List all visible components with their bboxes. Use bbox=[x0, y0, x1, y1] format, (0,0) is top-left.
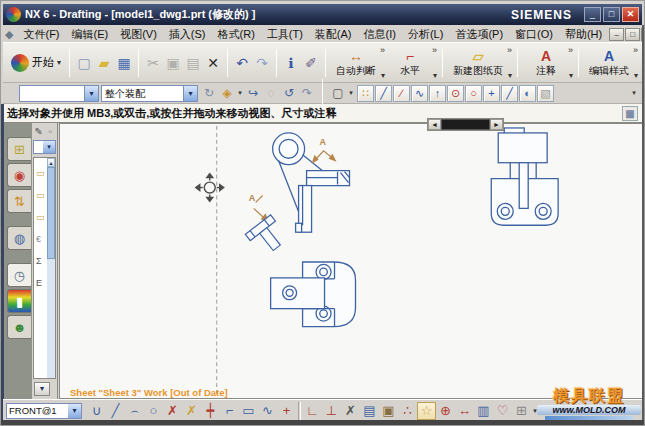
mid-point-icon[interactable]: ∕ bbox=[393, 85, 410, 102]
menu-edit[interactable]: 编辑(E) bbox=[66, 27, 115, 42]
studio-spline-icon[interactable]: ∿ bbox=[258, 402, 277, 420]
chevron-icon[interactable]: » bbox=[507, 45, 512, 55]
view-top[interactable] bbox=[271, 262, 356, 327]
delete-constraint-icon[interactable]: ✗ bbox=[341, 402, 360, 420]
tab-internet-explorer[interactable]: ◍ bbox=[7, 226, 31, 250]
caret-down-icon[interactable]: ▾ bbox=[569, 71, 573, 80]
open-folder-icon[interactable]: ▰ bbox=[94, 53, 114, 73]
end-point-icon[interactable]: ╱ bbox=[375, 85, 392, 102]
tab-roles[interactable]: ☻ bbox=[7, 315, 31, 339]
fillet-icon[interactable]: ⌐ bbox=[220, 402, 239, 420]
tab-palettes[interactable]: ▮ bbox=[7, 289, 31, 313]
close-button[interactable]: ✕ bbox=[622, 7, 639, 22]
menu-analysis[interactable]: 分析(L) bbox=[402, 27, 449, 42]
perpendicular-constraint-icon[interactable]: ∟ bbox=[303, 402, 322, 420]
toolbar-options-caret[interactable]: ▾ bbox=[630, 85, 638, 102]
caret-down-icon[interactable]: ▾ bbox=[236, 85, 244, 102]
rectangle-icon[interactable]: ▭ bbox=[239, 402, 258, 420]
circle-icon[interactable]: ○ bbox=[144, 402, 163, 420]
convert-reference-icon[interactable]: ▣ bbox=[379, 402, 398, 420]
start-menu-button[interactable]: 开始 ▾ bbox=[7, 52, 65, 74]
inferred-dimension-group[interactable]: » ↔ 自动判断 ▾ bbox=[330, 45, 386, 80]
view-rocker-arm[interactable] bbox=[273, 133, 350, 232]
minimize-button[interactable]: _ bbox=[584, 7, 601, 22]
chevron-icon[interactable]: » bbox=[432, 45, 437, 55]
rectangle-select-icon[interactable]: ▢ bbox=[329, 85, 347, 102]
caret-down-icon[interactable]: ▾ bbox=[634, 71, 638, 80]
scrollbar-thumb[interactable] bbox=[441, 119, 490, 130]
chevron-icon[interactable]: » bbox=[568, 45, 573, 55]
view-front[interactable] bbox=[491, 128, 558, 225]
rotate-view-icon[interactable]: ↺ bbox=[280, 85, 298, 102]
tab-part-navigator[interactable]: ⇅ bbox=[7, 189, 31, 213]
pencil-icon[interactable]: ✎ bbox=[33, 126, 45, 137]
point-on-edge-icon[interactable]: ╱ bbox=[501, 85, 518, 102]
ghost-selection-icon[interactable]: ◌ bbox=[262, 85, 280, 102]
screencast-icon[interactable]: ✐ bbox=[301, 53, 321, 73]
arc-center-icon[interactable]: ⊙ bbox=[447, 85, 464, 102]
dimension-group-icon[interactable]: ▥ bbox=[474, 402, 493, 420]
pan-view-icon[interactable]: ↷ bbox=[298, 85, 316, 102]
menu-format[interactable]: 格式(R) bbox=[212, 27, 261, 42]
dropdown-arrow-icon[interactable]: ▾ bbox=[43, 141, 55, 153]
paste-icon[interactable]: ▤ bbox=[183, 53, 203, 73]
horizontal-scrollbar[interactable]: ◄ ► bbox=[427, 118, 504, 131]
cue-window-icon[interactable]: ▦ bbox=[622, 106, 638, 121]
point-icon[interactable]: + bbox=[277, 402, 296, 420]
auto-dimension-icon[interactable]: ↔ bbox=[455, 402, 474, 420]
undo-icon[interactable]: ↶ bbox=[232, 53, 252, 73]
closed-profile-icon[interactable]: ♡ bbox=[493, 402, 512, 420]
point-on-curve-snap-icon[interactable]: ∿ bbox=[411, 85, 428, 102]
horizontal-dimension-group[interactable]: » ⌐ 水平 ▾ bbox=[386, 45, 438, 80]
alternate-solution-icon[interactable]: ∴ bbox=[398, 402, 417, 420]
tab-history[interactable]: ◷ bbox=[7, 263, 31, 287]
scroll-right-icon[interactable]: ► bbox=[490, 119, 503, 130]
title-bar[interactable]: NX 6 - Drafting - [model1_dwg1.prt (修改的)… bbox=[3, 4, 642, 25]
point-on-surface-icon[interactable]: ◐ bbox=[519, 85, 536, 102]
cut-icon[interactable]: ✂ bbox=[143, 53, 163, 73]
new-sheet-group[interactable]: » ▱ 新建图纸页 ▾ bbox=[447, 45, 513, 80]
arc-icon[interactable]: ⌢ bbox=[125, 402, 144, 420]
snap-point-icon[interactable]: ∷ bbox=[357, 85, 374, 102]
quadrant-point-icon[interactable]: ○ bbox=[465, 85, 482, 102]
chevron-icon[interactable]: » bbox=[633, 45, 638, 55]
section-arrow-a-top[interactable]: A bbox=[312, 137, 337, 164]
existing-point-icon[interactable]: + bbox=[483, 85, 500, 102]
snap-preview-icon[interactable]: ◈ bbox=[218, 85, 236, 102]
dropdown-arrow-icon[interactable]: ▾ bbox=[183, 86, 197, 101]
menu-help[interactable]: 帮助(H) bbox=[559, 27, 608, 42]
caret-down-icon[interactable]: ▾ bbox=[508, 71, 512, 80]
quick-trim-icon[interactable]: ┿ bbox=[201, 402, 220, 420]
show-all-constraints-icon[interactable]: ▤ bbox=[360, 402, 379, 420]
scroll-down-button[interactable]: ▾ bbox=[34, 382, 50, 396]
sketch-grid-icon[interactable]: ⊞ bbox=[512, 402, 531, 420]
maximize-button[interactable]: □ bbox=[603, 7, 620, 22]
dropdown-arrow-icon[interactable]: ▾ bbox=[84, 86, 98, 101]
line-icon[interactable]: ╱ bbox=[106, 402, 125, 420]
derived-lines-icon[interactable]: ✗ bbox=[163, 402, 182, 420]
save-icon[interactable]: ▦ bbox=[114, 53, 134, 73]
dropdown-arrow-icon[interactable]: ▾ bbox=[68, 404, 81, 418]
inferred-constraints-icon[interactable]: ☆ bbox=[417, 402, 436, 420]
selection-scope-combo[interactable]: 整个装配 ▾ bbox=[101, 85, 198, 102]
caret-down-icon[interactable]: ▾ bbox=[347, 85, 355, 102]
back-arrow-icon[interactable]: ↪ bbox=[244, 85, 262, 102]
tab-assembly-navigator[interactable]: ⊞ bbox=[7, 137, 31, 161]
annotation-group[interactable]: » A 注释 ▾ bbox=[522, 45, 574, 80]
info-window-icon[interactable]: ℹ bbox=[281, 53, 301, 73]
chevron-icon[interactable]: » bbox=[380, 45, 385, 55]
child-restore-button[interactable]: □ bbox=[625, 28, 640, 41]
menu-information[interactable]: 信息(I) bbox=[358, 27, 402, 42]
create-inferred-constraints-icon[interactable]: ⊕ bbox=[436, 402, 455, 420]
intersection-point-icon[interactable]: ↑ bbox=[429, 85, 446, 102]
tab-constraint-navigator[interactable]: ◉ bbox=[7, 163, 31, 187]
menu-window[interactable]: 窗口(O) bbox=[509, 27, 559, 42]
profile-icon[interactable]: ∪ bbox=[87, 402, 106, 420]
navigator-combo[interactable]: ▾ bbox=[33, 140, 56, 154]
navigator-scrollbar[interactable]: ▴ bbox=[47, 158, 55, 378]
scrollbar-thumb[interactable] bbox=[47, 167, 55, 259]
view-selector-combo[interactable]: FRONT@1 ▾ bbox=[6, 403, 82, 419]
drawing-canvas[interactable]: A A bbox=[59, 123, 644, 399]
menu-file[interactable]: 文件(F) bbox=[17, 27, 65, 42]
menu-preferences[interactable]: 首选项(P) bbox=[449, 27, 509, 42]
